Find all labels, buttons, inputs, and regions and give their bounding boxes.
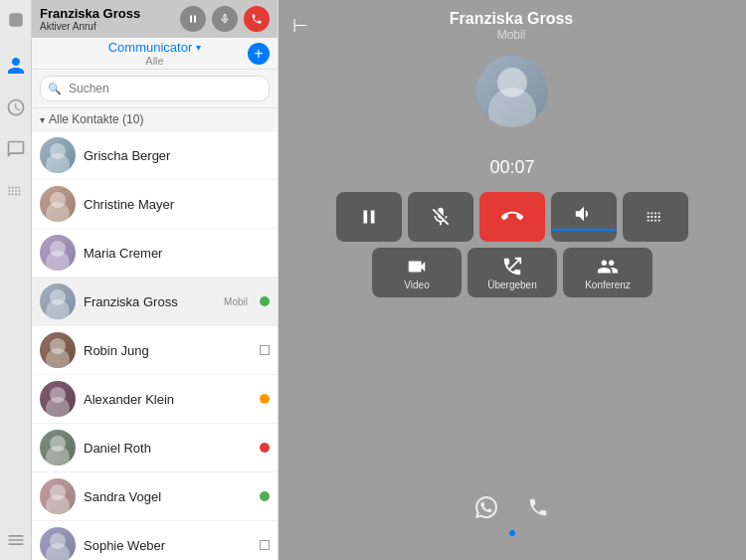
call-panel-status: Mobil (497, 28, 526, 42)
list-item[interactable]: Robin Jung (32, 326, 278, 375)
speaker-active-indicator (551, 229, 617, 231)
mute-button[interactable] (408, 192, 473, 242)
status-indicator (260, 296, 270, 306)
avatar (40, 186, 76, 222)
list-item[interactable]: Franziska Gross Mobil (32, 278, 278, 326)
search-wrapper: 🔍 (40, 76, 270, 101)
search-input[interactable] (40, 76, 270, 101)
call-timer: 00:07 (489, 157, 534, 178)
speaker-button[interactable] (551, 192, 617, 242)
sidebar-icon-menu[interactable] (4, 528, 28, 552)
call-panel-bottom (475, 496, 549, 536)
sidebar (0, 0, 32, 560)
avatar (40, 430, 76, 466)
contact-tag: Mobil (224, 296, 248, 307)
call-panel-name: Franziska Gross (450, 10, 574, 28)
contact-name: Grischa Berger (84, 148, 270, 163)
list-item[interactable]: Christine Mayer (32, 180, 278, 229)
call-controls-primary (336, 192, 688, 242)
contact-name: Franziska Gross (84, 294, 216, 309)
list-item[interactable]: Grischa Berger (32, 131, 278, 180)
avatar (40, 235, 76, 271)
whatsapp-icon[interactable] (475, 496, 497, 524)
sidebar-icon-dialpad[interactable] (4, 179, 28, 203)
chevron-down-icon: ▾ (196, 42, 201, 53)
status-indicator (260, 394, 270, 404)
contact-panel: Franziska Gross Aktiver Anruf Commu (32, 0, 279, 560)
video-label: Video (404, 280, 429, 290)
avatar (40, 381, 76, 417)
mute-call-button[interactable] (212, 6, 238, 32)
active-call-controls (180, 6, 270, 32)
video-button[interactable]: Video (372, 248, 462, 297)
transfer-label: Übergeben (487, 280, 536, 290)
avatar (40, 527, 76, 560)
expand-panel-icon[interactable]: ⊢ (292, 15, 308, 37)
list-item[interactable]: Sophie Weber (32, 521, 278, 560)
sidebar-icon-contacts[interactable] (4, 54, 28, 78)
active-call-status: Aktiver Anruf (40, 21, 174, 32)
list-item[interactable]: Maria Cremer (32, 229, 278, 278)
sidebar-icon-recents[interactable] (4, 95, 28, 119)
callee-avatar (476, 56, 548, 127)
contacts-group-header[interactable]: ▾ Alle Kontakte (10) (32, 108, 278, 131)
list-item[interactable]: Sandra Vogel (32, 472, 278, 521)
contact-name: Christine Mayer (84, 197, 270, 212)
bottom-icons (475, 496, 549, 524)
avatar (40, 478, 76, 514)
end-call-button[interactable] (244, 6, 270, 32)
contact-name: Maria Cremer (84, 246, 270, 261)
sidebar-icon-app (4, 8, 28, 32)
pause-button[interactable] (336, 192, 402, 242)
sidebar-icon-messages[interactable] (4, 137, 28, 161)
pause-call-button[interactable] (180, 6, 206, 32)
contact-name: Sandra Vogel (84, 489, 252, 504)
transfer-button[interactable]: Übergeben (467, 248, 557, 297)
communicator-title-area: Communicator ▾ Alle (108, 40, 202, 67)
call-controls-secondary: Video Übergeben Konferenz (372, 248, 653, 297)
avatar (40, 332, 76, 368)
contact-list: Grischa Berger Christine Mayer Maria Cre… (32, 131, 278, 560)
contact-name: Sophie Weber (84, 538, 252, 553)
svg-rect-0 (9, 13, 23, 27)
dialpad-button[interactable] (623, 192, 688, 242)
list-item[interactable]: Alexander Klein (32, 375, 278, 424)
status-indicator (260, 345, 270, 355)
status-indicator (260, 540, 270, 550)
list-item[interactable]: Daniel Roth (32, 424, 278, 472)
conference-label: Konferenz (585, 280, 631, 290)
search-container: 🔍 (32, 70, 278, 108)
status-indicator (260, 443, 270, 453)
conference-button[interactable]: Konferenz (563, 248, 653, 297)
active-call-bar: Franziska Gross Aktiver Anruf (32, 0, 278, 38)
active-call-info: Franziska Gross Aktiver Anruf (40, 6, 174, 32)
search-icon: 🔍 (48, 83, 62, 95)
add-contact-button[interactable]: + (248, 43, 270, 65)
expand-icon: ▾ (40, 114, 45, 125)
status-indicator (260, 491, 270, 501)
group-label: Alle Kontakte (10) (49, 112, 143, 126)
avatar (40, 137, 76, 173)
communicator-header: Communicator ▾ Alle + (32, 38, 278, 70)
avatar (40, 283, 76, 319)
phone-icon[interactable] (527, 496, 549, 524)
communicator-filter: Alle (145, 55, 163, 67)
communicator-title: Communicator ▾ (108, 40, 202, 55)
end-call-main-button[interactable] (479, 192, 545, 242)
contact-name: Robin Jung (84, 343, 252, 358)
active-call-name: Franziska Gross (40, 6, 174, 21)
contact-name: Alexander Klein (84, 392, 252, 407)
contact-name: Daniel Roth (84, 441, 252, 456)
page-indicator-dot (509, 530, 515, 536)
call-panel: ⊢ Franziska Gross Mobil 00:07 (279, 0, 746, 560)
